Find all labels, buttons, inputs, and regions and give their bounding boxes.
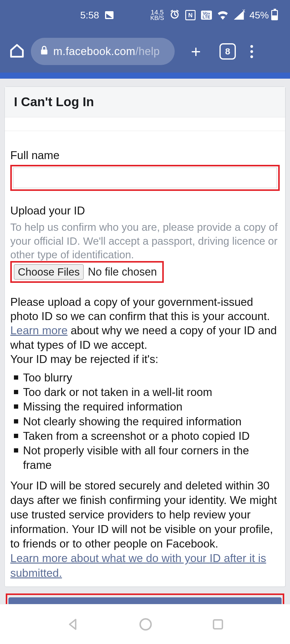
upload-id-label: Upload your ID — [10, 204, 280, 217]
svg-point-2 — [140, 619, 151, 630]
home-nav-button[interactable] — [138, 617, 153, 632]
recents-button[interactable] — [211, 618, 225, 631]
list-item: Too dark or not taken in a well-lit room — [10, 385, 280, 400]
id-instructions-text: Please upload a copy of your government-… — [10, 295, 280, 367]
full-name-label: Full name — [10, 149, 280, 162]
nfc-icon: N — [185, 10, 196, 20]
battery-indicator: 45% — [249, 10, 278, 21]
file-status-text: No file chosen — [88, 266, 157, 278]
cell-signal-icon: x — [234, 11, 244, 20]
rejection-reasons-list: Too blurry Too dark or not taken in a we… — [10, 371, 280, 472]
browser-toolbar: m.facebook.com/help + 8 — [0, 30, 290, 73]
highlight-box-file: Choose Files No file chosen — [10, 261, 164, 283]
url-text: m.facebook.com/help — [53, 45, 160, 58]
svg-rect-3 — [213, 620, 222, 629]
browser-menu-button[interactable] — [250, 45, 253, 58]
storage-notice-text: Your ID will be stored securely and dele… — [10, 479, 280, 551]
list-item: Not properly visible with all four corne… — [10, 443, 280, 472]
learn-more-storage-link[interactable]: Learn more about what we do with your ID… — [10, 551, 280, 580]
alarm-icon — [170, 9, 180, 21]
lock-icon — [40, 45, 48, 58]
full-name-input[interactable] — [13, 168, 277, 188]
new-tab-button[interactable]: + — [187, 42, 205, 61]
home-button[interactable] — [9, 43, 25, 60]
highlight-box-name — [10, 165, 280, 191]
list-item: Not clearly showing the required informa… — [10, 414, 280, 429]
page-title: I Can't Log In — [5, 87, 285, 117]
tab-switcher-button[interactable]: 8 — [219, 43, 236, 60]
svg-rect-1 — [41, 49, 48, 54]
url-bar[interactable]: m.facebook.com/help — [31, 38, 175, 65]
list-item: Taken from a screenshot or a photo copie… — [10, 429, 280, 443]
choose-files-button[interactable]: Choose Files — [14, 264, 84, 280]
wifi-icon — [217, 11, 228, 20]
learn-more-link[interactable]: Learn more — [10, 324, 68, 337]
battery-icon — [271, 10, 278, 20]
picture-icon — [105, 11, 114, 19]
upload-id-help-text: To help us confirm who you are, please p… — [10, 220, 280, 262]
section-divider — [5, 117, 285, 131]
list-item: Missing the required information — [10, 400, 280, 414]
fb-header-strip — [0, 73, 290, 79]
help-form-card: I Can't Log In Full name Upload your ID … — [5, 87, 285, 587]
volte-icon: Vo»LTE — [201, 11, 212, 20]
back-button[interactable] — [65, 617, 80, 632]
android-status-bar: 5:58 14.5 KB/S N Vo»LTE x 45% — [0, 0, 290, 30]
clock-time: 5:58 — [80, 10, 99, 21]
list-item: Too blurry — [10, 371, 280, 385]
net-speed-icon: 14.5 KB/S — [150, 10, 164, 21]
android-nav-bar — [0, 604, 290, 644]
